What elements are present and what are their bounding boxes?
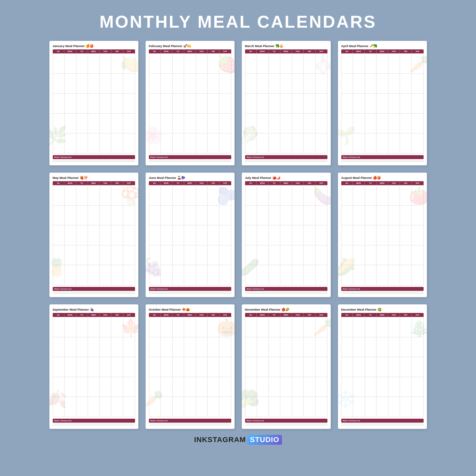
table-row [412, 114, 424, 134]
table-row [269, 245, 281, 266]
table-row [219, 185, 231, 206]
table-row [173, 337, 184, 357]
day-header-cell-THU: THU [99, 49, 111, 53]
table-row [412, 94, 424, 114]
table-row [88, 74, 100, 94]
table-row [173, 317, 184, 337]
table-row [257, 317, 269, 337]
calendar-grid-february [149, 53, 231, 154]
table-row [257, 225, 269, 245]
table-row [280, 114, 292, 134]
table-row [316, 265, 327, 285]
table-row [400, 357, 412, 377]
table-row [76, 265, 88, 285]
notes-line [341, 292, 424, 292]
table-row [196, 317, 208, 337]
calendar-grid-june [149, 185, 231, 285]
day-header-cell-FRI: FRI [111, 181, 123, 185]
planner-card-july: 🥒🍆July Meal Planner🍅🌶️SUMONTUWEDTHUFRISA… [242, 173, 331, 297]
day-header-cell-THU: THU [388, 313, 400, 317]
planner-card-october: 🥕🎃October Meal Planner🍁🎃SUMONTUWEDTHUFRI… [146, 304, 235, 429]
table-row [111, 74, 123, 94]
table-row [111, 317, 123, 337]
notes-line [53, 425, 135, 425]
table-row [111, 245, 123, 266]
notes-line [245, 293, 327, 294]
table-row [365, 114, 377, 134]
table-row [245, 397, 257, 417]
table-row [208, 377, 219, 397]
page-title: MONTHLY MEAL CALENDARS [99, 12, 377, 32]
table-row [412, 357, 424, 377]
notes-label: Notes / Grocery List [343, 156, 422, 158]
day-header-cell-SU: SU [245, 49, 257, 53]
notes-line [149, 425, 231, 425]
table-row [292, 74, 304, 94]
day-header-cell-SU: SU [245, 181, 257, 185]
table-row [377, 357, 388, 377]
table-row [100, 317, 112, 337]
notes-label: Notes / Grocery List [247, 288, 326, 290]
day-header-july: SUMONTUWEDTHUFRISAT [245, 181, 327, 185]
table-row [123, 94, 135, 114]
day-header-cell-THU: THU [292, 313, 304, 317]
calendar-grid-april [341, 53, 424, 154]
day-header-cell-MON: MON [353, 49, 365, 53]
planner-card-march: 🥬🧄March Meal Planner🥦🧅SUMONTUWEDTHUFRISA… [242, 41, 331, 165]
table-row [304, 265, 316, 285]
table-row [149, 94, 161, 114]
table-row [149, 114, 161, 134]
day-header-november: SUMONTUWEDTHUFRISAT [245, 313, 327, 317]
table-row [412, 206, 424, 226]
day-header-cell-FRI: FRI [304, 49, 316, 53]
table-row [208, 317, 219, 337]
table-row [111, 397, 123, 417]
table-row [208, 114, 219, 134]
table-row [342, 265, 353, 285]
notes-lines-december [341, 424, 424, 426]
table-row [292, 265, 304, 285]
table-row [100, 337, 112, 357]
table-row [388, 206, 400, 226]
table-row [388, 185, 400, 206]
day-header-cell-FRI: FRI [400, 181, 412, 185]
table-row [149, 265, 161, 285]
table-row [245, 74, 257, 94]
table-row [342, 74, 353, 94]
table-row [123, 225, 135, 245]
table-row [161, 206, 173, 226]
table-row [184, 206, 196, 226]
table-row [292, 133, 304, 154]
table-row [342, 54, 353, 74]
table-row [377, 265, 388, 285]
planner-card-december: ❄️🎄December Meal Planner🥝SUMONTUWEDTHUFR… [338, 304, 427, 429]
table-row [196, 225, 208, 245]
table-row [269, 377, 281, 397]
table-row [412, 337, 424, 357]
table-row [377, 377, 388, 397]
table-row [257, 265, 269, 285]
table-row [184, 185, 196, 206]
table-row [76, 225, 88, 245]
calendar-grid-may [53, 185, 135, 285]
table-row [173, 377, 184, 397]
table-row [161, 74, 173, 94]
table-row [245, 54, 257, 74]
day-header-cell-SU: SU [53, 49, 65, 53]
table-row [388, 317, 400, 337]
table-row [161, 185, 173, 206]
brand-footer: INKSTAGRAM STUDIO [194, 435, 282, 445]
notes-label: Notes / Grocery List [343, 288, 422, 290]
table-row [161, 397, 173, 417]
notes-line [53, 161, 135, 162]
table-row [88, 357, 100, 377]
day-header-cell-TU: TU [76, 181, 88, 185]
table-row [184, 54, 196, 74]
notes-line [341, 161, 424, 162]
table-row [257, 357, 269, 377]
table-row [388, 54, 400, 74]
table-row [412, 185, 424, 206]
table-row [353, 377, 365, 397]
day-header-cell-MON: MON [353, 313, 365, 317]
table-row [292, 397, 304, 417]
